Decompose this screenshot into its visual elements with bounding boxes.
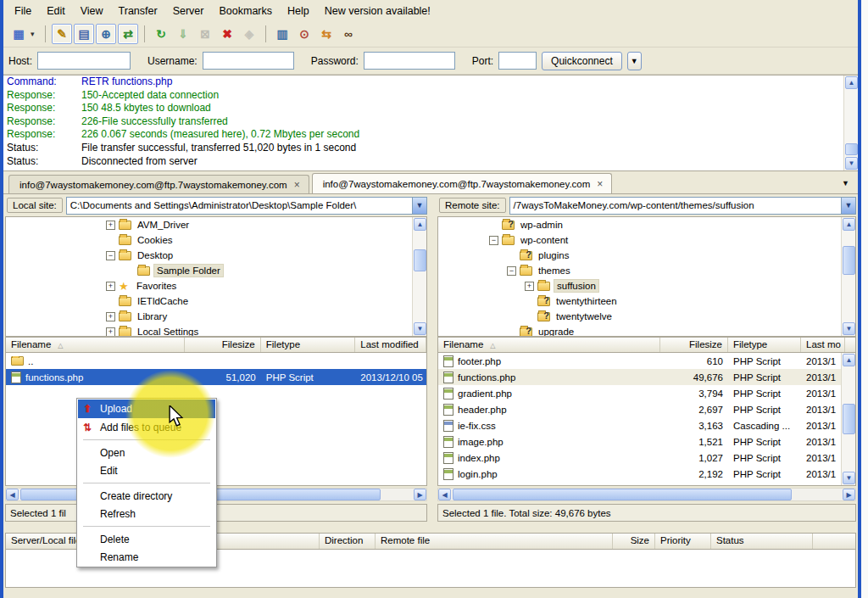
- site-manager-icon[interactable]: ▦: [8, 24, 29, 44]
- remote-hscrollbar[interactable]: ◀ ▶: [437, 488, 856, 501]
- sync-browsing-icon[interactable]: ⇆: [316, 24, 337, 44]
- process-queue-icon[interactable]: ⇓: [173, 24, 193, 44]
- local-tree-scrollbar[interactable]: ▲ ▼: [412, 217, 426, 336]
- collapse-icon[interactable]: −: [489, 236, 498, 245]
- tree-item-cookies[interactable]: +Cookies: [6, 232, 426, 248]
- file-row-functions-php[interactable]: functions.php49,676PHP Script2013/1: [438, 369, 855, 385]
- queue-column-priority[interactable]: Priority: [655, 534, 711, 549]
- scroll-thumb[interactable]: [843, 404, 855, 434]
- file-row-header-php[interactable]: header.php2,697PHP Script2013/1: [438, 401, 855, 417]
- context-menu-item-rename[interactable]: Rename: [78, 548, 215, 566]
- column-header-filesize[interactable]: Filesize: [185, 338, 261, 352]
- chevron-down-icon[interactable]: ▼: [841, 198, 855, 214]
- queue-column-size[interactable]: Size: [613, 534, 655, 549]
- queue-column-direction[interactable]: Direction: [320, 534, 376, 549]
- scroll-down-icon[interactable]: ▼: [843, 322, 855, 335]
- collapse-icon[interactable]: −: [106, 251, 115, 260]
- queue-toggle-icon[interactable]: ⇄: [118, 24, 138, 44]
- remote-tree-toggle-icon[interactable]: ⊕: [96, 24, 116, 44]
- compare-icon[interactable]: ⊙: [294, 24, 314, 44]
- file-row-gradient-php[interactable]: gradient.php3,794PHP Script2013/1: [438, 385, 855, 401]
- expand-icon[interactable]: +: [525, 282, 534, 291]
- connection-tab-2[interactable]: info@7waystomakemoney.com@ftp.7waystomak…: [312, 173, 613, 193]
- expand-icon[interactable]: +: [106, 282, 115, 291]
- column-header-filename[interactable]: Filename△: [438, 338, 660, 352]
- file-row-login-php[interactable]: login.php2,192PHP Script2013/1: [438, 466, 855, 482]
- site-manager-dropdown-icon[interactable]: ▾: [31, 30, 39, 38]
- file-row--[interactable]: ..: [6, 353, 426, 369]
- file-row-image-php[interactable]: image.php1,521PHP Script2013/1: [438, 433, 855, 450]
- context-menu-item-create-directory[interactable]: Create directory: [78, 487, 215, 505]
- tree-item-wp-content[interactable]: −wp-content: [438, 232, 855, 248]
- cancel-icon[interactable]: ⊠: [195, 24, 215, 44]
- context-menu-item-delete[interactable]: Delete: [78, 530, 215, 548]
- quickconnect-dropdown-icon[interactable]: ▼: [627, 52, 642, 70]
- scroll-down-icon[interactable]: ▼: [843, 472, 855, 484]
- file-row-ie-fix-css[interactable]: ie-fix.css3,163Cascading ...2013/1: [438, 417, 855, 433]
- disconnect-icon[interactable]: ✖: [217, 24, 237, 44]
- file-row-functions-php[interactable]: functions.php51,020PHP Script2013/12/10 …: [6, 369, 426, 385]
- scroll-right-icon[interactable]: ▶: [414, 489, 426, 500]
- context-menu-item-edit[interactable]: Edit: [78, 461, 215, 479]
- menu-item-help[interactable]: Help: [280, 2, 317, 20]
- host-input[interactable]: [37, 52, 131, 70]
- menu-item-edit[interactable]: Edit: [39, 2, 73, 20]
- scroll-left-icon[interactable]: ◀: [438, 489, 451, 500]
- close-icon[interactable]: ×: [597, 178, 603, 190]
- scroll-up-icon[interactable]: ▲: [843, 218, 855, 231]
- column-header-filetype[interactable]: Filetype: [261, 338, 356, 352]
- tree-item-sample-folder[interactable]: +Sample Folder: [6, 263, 426, 278]
- username-input[interactable]: [203, 52, 294, 70]
- remote-site-combo[interactable]: /7waysToMakeMoney.com/wp-content/themes/…: [509, 197, 856, 215]
- column-header-last-modified[interactable]: Last modified: [355, 338, 426, 352]
- column-header-filename[interactable]: Filename△: [6, 338, 185, 352]
- tree-item-library[interactable]: +Library: [6, 309, 426, 324]
- quickconnect-button[interactable]: Quickconnect: [542, 52, 622, 70]
- queue-column-remote-file[interactable]: Remote file: [376, 534, 613, 549]
- chevron-down-icon[interactable]: ▼: [412, 198, 426, 214]
- context-menu-item-refresh[interactable]: Refresh: [78, 505, 215, 523]
- filter-icon[interactable]: ▥: [272, 24, 292, 44]
- tree-item-suffusion[interactable]: +suffusion: [438, 278, 855, 293]
- scroll-thumb[interactable]: [845, 143, 858, 155]
- scroll-thumb[interactable]: [414, 249, 426, 271]
- tree-item-twentythirteen[interactable]: +twentythirteen: [438, 293, 855, 309]
- menu-item-transfer[interactable]: Transfer: [111, 2, 165, 20]
- log-scrollbar[interactable]: ▲ ▼: [843, 75, 858, 170]
- queue-column-status[interactable]: Status: [711, 534, 813, 549]
- remote-list-scrollbar[interactable]: ▲ ▼: [841, 353, 855, 485]
- menu-item-new-version-available[interactable]: New version available!: [317, 2, 438, 20]
- tree-item-plugins[interactable]: +plugins: [438, 248, 855, 263]
- scroll-thumb[interactable]: [453, 489, 792, 500]
- tree-item-upgrade[interactable]: +upgrade: [438, 324, 855, 337]
- tree-item-twentytwelve[interactable]: +twentytwelve: [438, 309, 855, 324]
- menu-item-bookmarks[interactable]: Bookmarks: [211, 2, 280, 20]
- collapse-icon[interactable]: −: [507, 266, 516, 276]
- tree-item-wp-admin[interactable]: +wp-admin: [438, 217, 855, 232]
- expand-icon[interactable]: +: [106, 221, 115, 230]
- tree-item-favorites[interactable]: +★Favorites: [6, 278, 426, 293]
- port-input[interactable]: [498, 52, 537, 70]
- tree-item-ietldcache[interactable]: +IETldCache: [6, 293, 426, 309]
- scroll-left-icon[interactable]: ◀: [6, 489, 19, 500]
- column-header-last-mo[interactable]: Last mo: [801, 338, 845, 352]
- reconnect-icon[interactable]: ◈: [239, 24, 259, 44]
- scroll-thumb[interactable]: [843, 246, 855, 275]
- close-icon[interactable]: ×: [294, 179, 300, 191]
- file-row-footer-php[interactable]: footer.php610PHP Script2013/1: [438, 353, 855, 369]
- expand-icon[interactable]: +: [106, 327, 115, 337]
- tree-item-local-settings[interactable]: +Local Settings: [6, 324, 426, 337]
- scroll-up-icon[interactable]: ▲: [414, 218, 426, 231]
- find-icon[interactable]: ∞: [338, 24, 359, 44]
- message-log-toggle-icon[interactable]: ✎: [52, 24, 72, 44]
- scroll-right-icon[interactable]: ▶: [843, 489, 855, 500]
- scroll-down-icon[interactable]: ▼: [845, 157, 858, 170]
- remote-tree-scrollbar[interactable]: ▲ ▼: [841, 217, 855, 336]
- menu-item-file[interactable]: File: [7, 2, 39, 20]
- local-tree-toggle-icon[interactable]: ▤: [74, 24, 94, 44]
- scroll-up-icon[interactable]: ▲: [843, 354, 855, 366]
- expand-icon[interactable]: +: [106, 312, 115, 321]
- file-row-index-php[interactable]: index.php1,027PHP Script2013/1: [438, 450, 855, 466]
- refresh-icon[interactable]: ↻: [151, 24, 171, 44]
- scroll-up-icon[interactable]: ▲: [845, 76, 858, 89]
